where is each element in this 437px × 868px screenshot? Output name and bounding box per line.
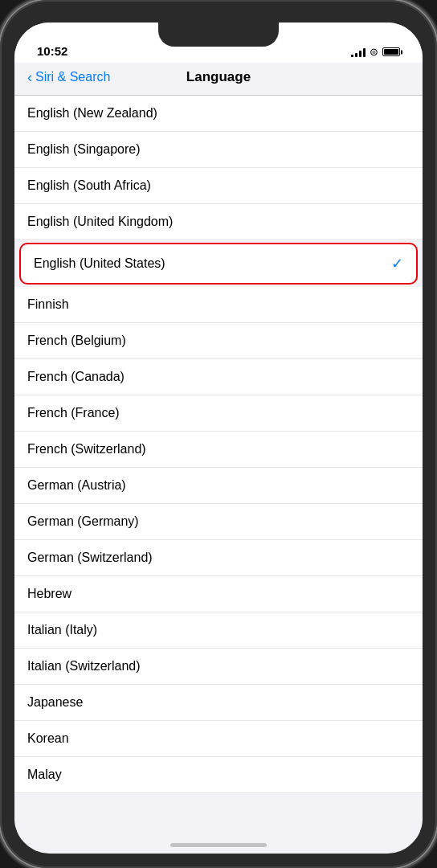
signal-icon: [351, 47, 366, 57]
nav-bar: ‹ Siri & Search Language: [14, 63, 423, 96]
language-label: French (Canada): [27, 370, 125, 384]
language-label: Finnish: [27, 297, 69, 312]
list-item[interactable]: Hebrew: [14, 576, 423, 612]
status-time: 10:52: [37, 44, 67, 58]
list-item[interactable]: Korean: [14, 721, 423, 757]
language-label: English (Singapore): [27, 142, 141, 157]
list-item[interactable]: Italian (Switzerland): [14, 649, 423, 685]
list-item[interactable]: German (Germany): [14, 504, 423, 540]
list-item[interactable]: Finnish: [14, 287, 423, 323]
back-button[interactable]: ‹ Siri & Search: [27, 70, 110, 84]
wifi-icon: ⊜: [370, 46, 378, 58]
chevron-left-icon: ‹: [27, 70, 32, 84]
language-label: French (France): [27, 406, 120, 420]
language-label: Italian (Switzerland): [27, 659, 141, 674]
language-list: English (New Zealand)English (Singapore)…: [14, 96, 423, 840]
language-label: Hebrew: [27, 587, 71, 601]
list-item[interactable]: French (Belgium): [14, 323, 423, 359]
notch: [158, 23, 279, 47]
language-label: German (Switzerland): [27, 551, 153, 565]
phone-screen: 10:52 ⊜ ‹ Siri & Search Language: [14, 23, 423, 854]
list-item[interactable]: Malay: [14, 757, 423, 793]
language-label: English (United Kingdom): [27, 215, 173, 229]
list-item[interactable]: French (Switzerland): [14, 432, 423, 468]
list-item[interactable]: Italian (Italy): [14, 612, 423, 649]
language-label: French (Belgium): [27, 334, 126, 348]
list-item[interactable]: French (Canada): [14, 359, 423, 395]
language-section: English (New Zealand)English (Singapore)…: [14, 96, 423, 793]
list-item[interactable]: Japanese: [14, 685, 423, 721]
list-item[interactable]: French (France): [14, 395, 423, 432]
list-item[interactable]: English (United Kingdom): [14, 204, 423, 240]
language-label: Malay: [27, 768, 62, 782]
list-item[interactable]: German (Austria): [14, 468, 423, 504]
battery-icon: [382, 47, 400, 56]
list-container: English (New Zealand)English (Singapore)…: [14, 96, 423, 793]
language-label: German (Austria): [27, 478, 126, 493]
page-title: Language: [186, 69, 251, 85]
language-label: Italian (Italy): [27, 623, 97, 637]
list-item[interactable]: English (Singapore): [14, 132, 423, 168]
language-label: German (Germany): [27, 514, 139, 529]
list-item[interactable]: English (South Africa): [14, 168, 423, 204]
phone-frame: 10:52 ⊜ ‹ Siri & Search Language: [0, 0, 437, 868]
checkmark-icon: ✓: [391, 255, 403, 272]
language-label: English (United States): [34, 256, 165, 271]
list-item[interactable]: English (New Zealand): [14, 96, 423, 132]
status-icons: ⊜: [351, 46, 400, 58]
language-label: English (South Africa): [27, 178, 151, 193]
language-label: English (New Zealand): [27, 106, 157, 121]
back-label: Siri & Search: [35, 70, 110, 84]
language-item-selected[interactable]: English (United States)✓: [19, 243, 418, 285]
language-label: Korean: [27, 731, 69, 746]
language-label: French (Switzerland): [27, 442, 146, 457]
home-indicator: [170, 843, 267, 847]
language-label: Japanese: [27, 695, 83, 710]
list-item[interactable]: German (Switzerland): [14, 540, 423, 576]
